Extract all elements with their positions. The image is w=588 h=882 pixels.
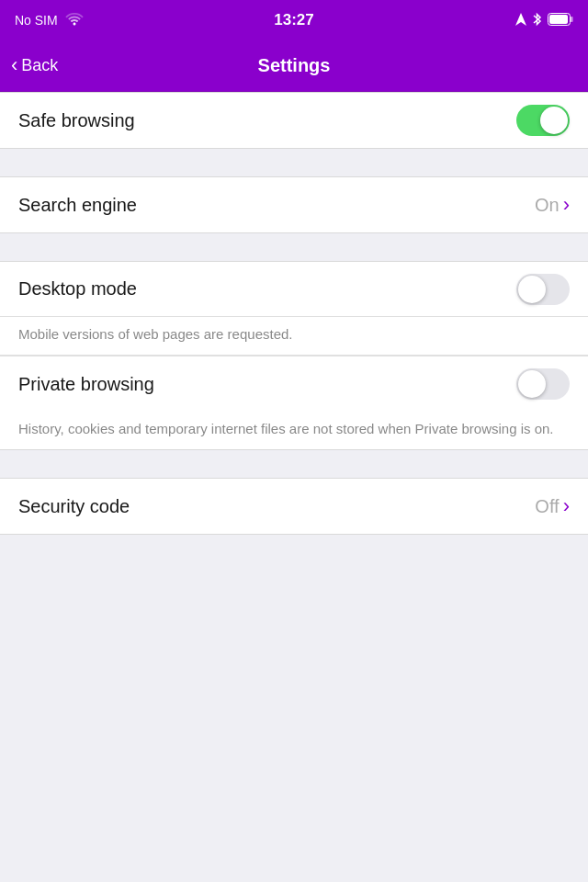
private-browsing-row[interactable]: Private browsing — [0, 356, 588, 412]
search-engine-section: Search engine On › — [0, 176, 588, 233]
back-button[interactable]: ‹ Back — [11, 55, 58, 77]
svg-rect-3 — [571, 17, 573, 22]
desktop-mode-row[interactable]: Desktop mode — [0, 262, 588, 317]
desktop-mode-toggle[interactable] — [516, 274, 570, 305]
svg-rect-2 — [549, 15, 568, 24]
bluetooth-icon — [532, 12, 542, 29]
spacer-1 — [0, 149, 588, 176]
back-label: Back — [21, 56, 58, 75]
desktop-private-section: Desktop mode Mobile versions of web page… — [0, 261, 588, 450]
desktop-mode-toggle-knob — [518, 276, 546, 303]
security-code-label: Security code — [18, 496, 130, 517]
private-browsing-toggle-knob — [518, 370, 546, 398]
spacer-3 — [0, 450, 588, 478]
battery-icon — [548, 13, 573, 28]
private-browsing-label: Private browsing — [18, 374, 154, 395]
wifi-icon — [65, 12, 84, 28]
security-code-row[interactable]: Security code Off › — [0, 479, 588, 534]
status-bar-right — [515, 12, 573, 29]
settings-container: Safe browsing Search engine On › Desktop… — [0, 92, 588, 535]
security-code-section: Security code Off › — [0, 478, 588, 535]
search-engine-chevron: › — [563, 193, 570, 217]
carrier-label: No SIM — [15, 13, 58, 28]
status-bar-left: No SIM — [15, 12, 84, 28]
private-browsing-toggle[interactable] — [516, 368, 570, 400]
svg-marker-0 — [515, 13, 526, 26]
search-engine-label: Search engine — [18, 195, 137, 216]
safe-browsing-toggle[interactable] — [516, 105, 570, 136]
location-icon — [515, 13, 526, 28]
safe-browsing-row[interactable]: Safe browsing — [0, 93, 588, 148]
spacer-2 — [0, 233, 588, 261]
security-code-status: Off — [535, 496, 559, 517]
search-engine-row[interactable]: Search engine On › — [0, 177, 588, 232]
status-bar: No SIM 13:27 — [0, 0, 588, 40]
nav-bar: ‹ Back Settings — [0, 40, 588, 92]
nav-title: Settings — [258, 55, 331, 76]
status-bar-time: 13:27 — [274, 11, 313, 29]
security-code-chevron: › — [563, 494, 570, 518]
security-code-value: Off › — [535, 494, 570, 518]
safe-browsing-toggle-knob — [540, 107, 568, 134]
desktop-mode-label: Desktop mode — [18, 278, 137, 300]
private-browsing-description: History, cookies and temporary internet … — [0, 412, 588, 449]
back-chevron-icon: ‹ — [11, 53, 17, 77]
safe-browsing-section: Safe browsing — [0, 92, 588, 149]
search-engine-value: On › — [535, 193, 570, 217]
safe-browsing-label: Safe browsing — [18, 110, 135, 131]
desktop-mode-description: Mobile versions of web pages are request… — [0, 317, 588, 356]
search-engine-status: On — [535, 195, 560, 216]
